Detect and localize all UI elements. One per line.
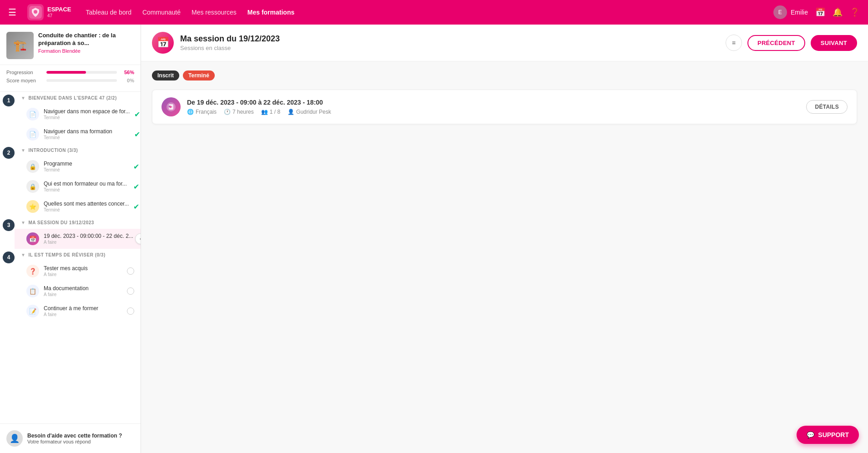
section-2-items: ▼ INTRODUCTION (3/3) 🔒 Programme Terminé… [15, 144, 141, 216]
check-done-icon-4: ✔ [133, 183, 139, 191]
section-2-wrapper: 2 ▼ INTRODUCTION (3/3) 🔒 Programme Termi… [0, 144, 141, 216]
section-3-number: 3 [3, 219, 15, 231]
section-3-chevron: ▼ [21, 220, 25, 225]
meta-lang: 🌐 Français [187, 109, 217, 115]
section-3-header[interactable]: ▼ MA SESSION DU 19/12/2023 [15, 216, 141, 229]
section-4-number: 4 [3, 252, 15, 263]
item-2-2-status: Terminé [44, 187, 129, 192]
formation-type: Formation Blendée [38, 48, 134, 54]
nav-mes-formations[interactable]: Mes formations [247, 9, 294, 16]
formation-thumbnail: 🏗️ [6, 32, 34, 59]
item-2-3-title: Quelles sont mes attentes concer... [44, 201, 129, 207]
item-4-2-status: A faire [44, 292, 122, 297]
help-icon[interactable]: ❓ [850, 7, 860, 17]
content-body: Inscrit Terminé De 19 déc. 2023 - 09:00 … [141, 61, 868, 133]
sidebar-item-4-1[interactable]: ❓ Tester mes acquis A faire [15, 261, 141, 281]
lang-value: Français [196, 109, 217, 115]
session-card-info: De 19 déc. 2023 - 09:00 à 22 déc. 2023 -… [187, 99, 800, 115]
next-button[interactable]: SUIVANT [811, 35, 857, 51]
content-header: 📅 Ma session du 19/12/2023 Sessions en c… [141, 25, 868, 61]
user-menu[interactable]: E Emilie [773, 5, 808, 19]
section-3-num-col: 3 [0, 216, 15, 231]
item-4-1-check [127, 267, 134, 275]
logo-text: ESPACE 47 [47, 6, 71, 18]
item-2-2-icon: 🔒 [26, 180, 39, 193]
item-1-2-title: Naviguer dans ma formation [44, 128, 130, 135]
formation-title: Conduite de chantier : de la préparation… [38, 32, 134, 47]
progression-label: Progression [6, 70, 43, 75]
content-title: Ma session du 19/12/2023 [180, 34, 719, 44]
item-4-3-check [127, 307, 134, 315]
section-2-num-col: 2 [0, 144, 15, 159]
details-button[interactable]: DÉTAILS [806, 100, 848, 114]
check-done-icon-3: ✔ [133, 163, 139, 171]
section-1-header[interactable]: ▼ BIENVENUE DANS L'ESPACE 47 (2/2) [15, 92, 141, 104]
main-wrapper: 🏗️ Conduite de chantier : de la préparat… [0, 25, 868, 453]
capacity-value: 1 / 8 [270, 109, 280, 115]
item-4-3-info: Continuer à me former A faire [44, 305, 122, 317]
previous-button[interactable]: PRÉCÉDENT [747, 35, 805, 51]
item-4-3-title: Continuer à me former [44, 305, 122, 312]
duration-value: 7 heures [232, 109, 254, 115]
sidebar-item-2-2[interactable]: 🔒 Qui est mon formateur ou ma for... Ter… [15, 176, 141, 196]
sidebar-item-1-1[interactable]: 📄 Naviguer dans mon espace de for... Ter… [15, 104, 141, 124]
footer-reply-text: Votre formateur vous répond [27, 439, 91, 444]
item-2-1-info: Programme Terminé [44, 161, 129, 172]
session-meta: 🌐 Français 🕐 7 heures 👥 1 / 8 👤 [187, 109, 800, 115]
sidebar-item-4-3[interactable]: 📝 Continuer à me former A faire [15, 301, 141, 321]
item-2-3-info: Quelles sont mes attentes concer... Term… [44, 201, 129, 212]
svg-point-1 [34, 10, 37, 14]
progression-row: Progression 56% [6, 70, 134, 75]
score-label: Score moyen [6, 78, 43, 83]
bell-icon[interactable]: 🔔 [833, 7, 843, 17]
nav-tableau-de-bord[interactable]: Tableau de bord [86, 9, 131, 16]
sidebar-item-4-2[interactable]: 📋 Ma documentation A faire [15, 281, 141, 301]
footer-help-text: Besoin d'aide avec cette formation ? [27, 433, 122, 439]
avatar: E [773, 5, 787, 19]
sidebar-sections: 1 ▼ BIENVENUE DANS L'ESPACE 47 (2/2) 📄 N… [0, 92, 141, 423]
content-header-info: Ma session du 19/12/2023 Sessions en cla… [180, 34, 719, 51]
section-2-header[interactable]: ▼ INTRODUCTION (3/3) [15, 144, 141, 156]
progression-fill [46, 71, 86, 74]
content-area: 📅 Ma session du 19/12/2023 Sessions en c… [141, 25, 868, 453]
section-1-number: 1 [3, 95, 15, 106]
item-2-3-check: ✔ [133, 202, 139, 211]
item-4-1-icon: ❓ [26, 265, 39, 277]
nav-mes-ressources[interactable]: Mes ressources [192, 9, 237, 16]
section-4-label: IL EST TEMPS DE RÉVISER (0/3) [28, 252, 105, 257]
progression-pct: 56% [121, 70, 134, 75]
menu-button[interactable]: ≡ [726, 35, 742, 51]
people-icon: 👥 [261, 109, 268, 115]
section-1-label: BIENVENUE DANS L'ESPACE 47 (2/2) [28, 96, 116, 101]
trainer-avatar: 👤 [6, 430, 23, 447]
content-header-actions: ≡ PRÉCÉDENT SUIVANT [726, 35, 857, 51]
item-2-1-check: ✔ [133, 162, 139, 171]
sidebar-item-3-1[interactable]: 📅 19 déc. 2023 - 09:00:00 - 22 déc. 2...… [15, 229, 141, 249]
item-1-2-check: ✔ [134, 130, 140, 139]
support-button[interactable]: 💬 SUPPORT [797, 426, 859, 444]
calendar-icon[interactable]: 📅 [815, 7, 825, 17]
sidebar-item-1-2[interactable]: 📄 Naviguer dans ma formation Terminé ✔ [15, 124, 141, 144]
hamburger-menu[interactable]: ☰ [8, 7, 16, 18]
badge-termine: Terminé [183, 70, 215, 81]
item-4-2-info: Ma documentation A faire [44, 285, 122, 297]
item-2-2-check: ✔ [133, 182, 139, 191]
lang-icon: 🌐 [187, 109, 194, 115]
item-3-1-icon: 📅 [26, 232, 39, 245]
logo-icon [27, 4, 44, 20]
sidebar-item-2-1[interactable]: 🔒 Programme Terminé ✔ [15, 156, 141, 176]
item-2-3-icon: ⭐ [26, 200, 39, 213]
content-session-icon: 📅 [152, 32, 174, 54]
section-3-items: ▼ MA SESSION DU 19/12/2023 📅 19 déc. 202… [15, 216, 141, 249]
section-3-wrapper: 3 ▼ MA SESSION DU 19/12/2023 📅 19 déc. 2… [0, 216, 141, 249]
section-4-header[interactable]: ▼ IL EST TEMPS DE RÉVISER (0/3) [15, 249, 141, 261]
nav-communaute[interactable]: Communauté [142, 9, 181, 16]
item-1-1-title: Naviguer dans mon espace de for... [44, 108, 130, 115]
sidebar-item-2-3[interactable]: ⭐ Quelles sont mes attentes concer... Te… [15, 196, 141, 216]
item-4-2-check [127, 287, 134, 295]
item-1-2-info: Naviguer dans ma formation Terminé [44, 128, 130, 140]
clock-icon: 🕐 [224, 109, 231, 115]
logo[interactable]: ESPACE 47 [27, 4, 71, 20]
sidebar-footer[interactable]: 👤 Besoin d'aide avec cette formation ? V… [0, 423, 141, 453]
item-2-1-title: Programme [44, 161, 129, 167]
